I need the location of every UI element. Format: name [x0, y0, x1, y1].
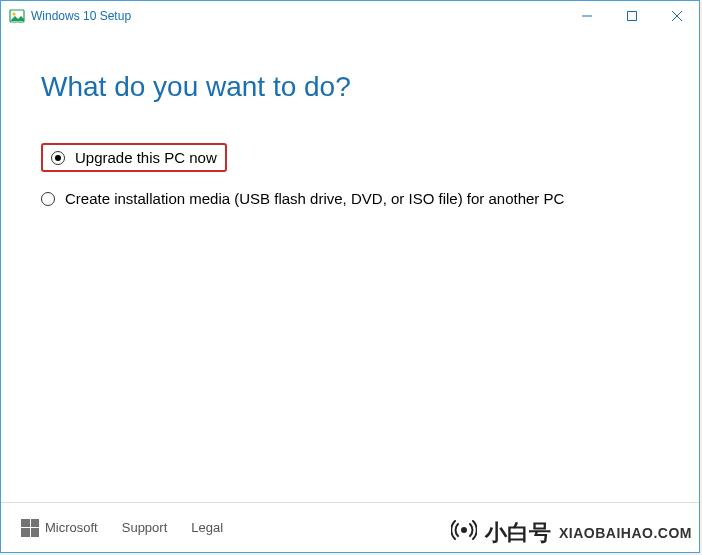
radio-create-media[interactable] — [41, 192, 55, 206]
titlebar: Windows 10 Setup — [1, 1, 699, 31]
options-group: Upgrade this PC now Create installation … — [41, 143, 659, 207]
broadcast-icon — [451, 517, 477, 549]
support-link[interactable]: Support — [122, 520, 168, 535]
option-create-media-label: Create installation media (USB flash dri… — [65, 190, 564, 207]
svg-point-1 — [13, 13, 16, 16]
window-title: Windows 10 Setup — [31, 9, 564, 23]
watermark-cn: 小白号 — [485, 518, 551, 548]
svg-rect-3 — [627, 12, 636, 21]
option-upgrade-wrapper: Upgrade this PC now — [41, 143, 659, 172]
microsoft-logo-icon — [21, 519, 39, 537]
close-button[interactable] — [654, 1, 699, 31]
option-create-media[interactable]: Create installation media (USB flash dri… — [41, 190, 659, 207]
minimize-button[interactable] — [564, 1, 609, 31]
microsoft-logo: Microsoft — [21, 519, 98, 537]
svg-point-6 — [461, 527, 467, 533]
watermark-en: XIAOBAIHAO.COM — [559, 525, 692, 541]
highlight-annotation: Upgrade this PC now — [41, 143, 227, 172]
setup-window: Windows 10 Setup What do you want to do?… — [0, 0, 700, 553]
window-controls — [564, 1, 699, 31]
page-heading: What do you want to do? — [41, 71, 659, 103]
option-upgrade-label: Upgrade this PC now — [75, 149, 217, 166]
microsoft-logo-text: Microsoft — [45, 520, 98, 535]
legal-link[interactable]: Legal — [191, 520, 223, 535]
radio-upgrade[interactable] — [51, 151, 65, 165]
content-area: What do you want to do? Upgrade this PC … — [1, 31, 699, 502]
option-upgrade[interactable]: Upgrade this PC now — [51, 149, 217, 166]
maximize-button[interactable] — [609, 1, 654, 31]
app-icon — [9, 8, 25, 24]
watermark-brand: 小白号 XIAOBAIHAO.COM — [451, 517, 692, 549]
